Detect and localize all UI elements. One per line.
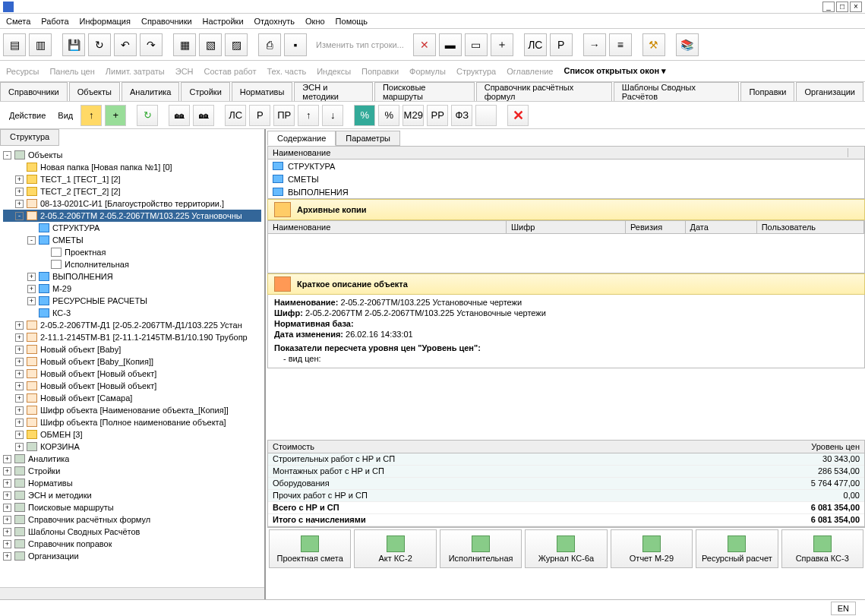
tree-node[interactable]: +КОРЗИНА bbox=[3, 441, 261, 453]
action-menu[interactable]: Действие bbox=[5, 111, 50, 120]
tree-node[interactable]: +Справочник поправок bbox=[3, 538, 261, 550]
tree-view[interactable]: -ОбъектыНовая папка [Новая папка №1] [0]… bbox=[0, 146, 264, 587]
archive-col-Пользователь[interactable]: Пользователь bbox=[757, 221, 864, 233]
percent-badge-1[interactable]: % bbox=[354, 105, 375, 126]
tree-node[interactable]: +Стройки bbox=[3, 465, 261, 477]
tree-node[interactable]: +Новый объект [Baby_[Копия]] bbox=[3, 355, 261, 368]
tree-node[interactable]: +Шифр объекта [Полное наименование объек… bbox=[3, 416, 261, 428]
expand-toggle[interactable]: - bbox=[27, 236, 36, 245]
tb-btn-14[interactable]: ▭ bbox=[465, 33, 488, 56]
tree-node[interactable]: +Нормативы bbox=[3, 477, 261, 489]
expand-toggle[interactable]: + bbox=[27, 297, 36, 305]
tree-scrollbar[interactable] bbox=[0, 587, 264, 599]
expand-toggle[interactable]: + bbox=[15, 443, 24, 451]
content-row[interactable]: ВЫПОЛНЕНИЯ bbox=[268, 185, 864, 198]
content-row[interactable]: СТРУКТУРА bbox=[268, 160, 864, 172]
menu-Информация[interactable]: Информация bbox=[80, 17, 131, 26]
expand-toggle[interactable]: + bbox=[3, 467, 11, 475]
tab-Поисковые маршруты[interactable]: Поисковые маршруты bbox=[374, 82, 475, 101]
menu-Настройки[interactable]: Настройки bbox=[203, 17, 244, 26]
tree-node[interactable]: +Поисковые маршруты bbox=[3, 501, 261, 513]
expand-toggle[interactable]: + bbox=[15, 200, 24, 208]
open-windows-list[interactable]: Список открытых окон ▾ bbox=[564, 66, 666, 76]
tree-node[interactable]: +Новый объект [Новый объект] bbox=[3, 368, 261, 380]
tab-content[interactable]: Содержание bbox=[267, 131, 336, 146]
expand-toggle[interactable]: + bbox=[27, 285, 36, 293]
blank-badge[interactable] bbox=[475, 105, 497, 126]
refresh-button[interactable]: ↻ bbox=[88, 33, 111, 56]
tab-ЭСН и методики[interactable]: ЭСН и методики bbox=[294, 82, 373, 101]
tb-btn-11[interactable]: ▪ bbox=[284, 33, 307, 56]
tab-Организации[interactable]: Организации bbox=[796, 82, 863, 101]
save-button[interactable]: 💾 bbox=[62, 33, 85, 56]
expand-toggle[interactable]: + bbox=[3, 528, 11, 536]
expand-toggle[interactable]: + bbox=[3, 540, 11, 548]
tb-btn-7[interactable]: ▦ bbox=[173, 33, 196, 56]
tree-node[interactable]: +Новый объект [Самара] bbox=[3, 392, 261, 404]
archive-col-Шифр[interactable]: Шифр bbox=[507, 221, 626, 233]
expand-toggle[interactable]: + bbox=[3, 479, 11, 488]
tb-btn-19[interactable]: ≡ bbox=[609, 33, 632, 56]
expand-toggle[interactable]: + bbox=[15, 333, 24, 342]
badge-r-2[interactable]: Р bbox=[249, 105, 270, 126]
arrow-down-icon[interactable]: ↓ bbox=[322, 105, 343, 126]
tree-node[interactable]: Исполнительная bbox=[3, 258, 261, 270]
archive-col-Ревизия[interactable]: Ревизия bbox=[626, 221, 686, 233]
tree-node[interactable]: +2-05.2-2067ТМ-Д1 [2-05.2-2067ТМ-Д1/103.… bbox=[3, 319, 261, 331]
panel-Тех. часть[interactable]: Тех. часть bbox=[267, 67, 306, 76]
tab-Шаблоны Сводных Расчётов[interactable]: Шаблоны Сводных Расчётов bbox=[614, 82, 740, 101]
expand-toggle[interactable]: + bbox=[15, 394, 24, 403]
tree-node[interactable]: +Новый объект [Новый объект] bbox=[3, 380, 261, 392]
archive-col-Дата[interactable]: Дата bbox=[686, 221, 757, 233]
tree-node[interactable]: +Новый объект [Baby] bbox=[3, 343, 261, 355]
tree-node[interactable]: КС-3 bbox=[3, 307, 261, 319]
doc-button-Проектная смета[interactable]: Проектная смета bbox=[269, 529, 351, 568]
expand-toggle[interactable]: + bbox=[27, 273, 36, 281]
panel-ЭСН[interactable]: ЭСН bbox=[175, 67, 194, 76]
expand-toggle[interactable]: + bbox=[15, 321, 24, 330]
delete-button[interactable]: ✕ bbox=[413, 33, 436, 56]
tree-node[interactable]: +ТЕСТ_1 [ТЕСТ_1] [2] bbox=[3, 173, 261, 185]
close-button[interactable]: × bbox=[850, 2, 862, 12]
view-menu[interactable]: Вид bbox=[53, 111, 77, 120]
tab-Аналитика[interactable]: Аналитика bbox=[122, 82, 179, 101]
tree-node[interactable]: +ОБМЕН [3] bbox=[3, 428, 261, 441]
language-indicator[interactable]: EN bbox=[831, 602, 856, 615]
tree-node[interactable]: -2-05.2-2067ТМ 2-05.2-2067ТМ/103.225 Уст… bbox=[3, 210, 261, 222]
change-line-type-label[interactable]: Изменить тип строки... bbox=[310, 40, 410, 49]
tree-node[interactable]: +08-13-0201С-И1 [Благоустройство террито… bbox=[3, 197, 261, 210]
print-button[interactable]: ⎙ bbox=[258, 33, 281, 56]
expand-toggle[interactable]: + bbox=[15, 346, 24, 354]
badge-rr[interactable]: РР bbox=[427, 105, 448, 126]
tab-Стройки[interactable]: Стройки bbox=[181, 82, 229, 101]
houses-icon-1[interactable]: 🏘 bbox=[169, 105, 190, 126]
menu-Смета[interactable]: Смета bbox=[6, 17, 30, 26]
badge-ls-2[interactable]: ЛС bbox=[225, 105, 246, 126]
panel-Оглавление[interactable]: Оглавление bbox=[507, 67, 553, 76]
tree-node[interactable]: +ТЕСТ_2 [ТЕСТ_2] [2] bbox=[3, 185, 261, 197]
tree-node[interactable]: +ВЫПОЛНЕНИЯ bbox=[3, 270, 261, 283]
tree-node[interactable]: СТРУКТУРА bbox=[3, 222, 261, 234]
expand-toggle[interactable]: + bbox=[15, 406, 24, 415]
menu-Помощь[interactable]: Помощь bbox=[336, 17, 368, 26]
houses-icon-2[interactable]: 🏘 bbox=[193, 105, 214, 126]
expand-toggle[interactable]: + bbox=[15, 188, 24, 196]
tab-Объекты[interactable]: Объекты bbox=[69, 82, 120, 101]
expand-toggle[interactable]: + bbox=[15, 175, 24, 184]
doc-button-Ресурсный расчет[interactable]: Ресурсный расчет bbox=[696, 529, 778, 568]
expand-toggle[interactable]: - bbox=[3, 151, 11, 160]
expand-toggle[interactable]: + bbox=[3, 552, 11, 561]
menu-Окно[interactable]: Окно bbox=[305, 17, 325, 26]
minimize-button[interactable]: _ bbox=[822, 2, 835, 12]
maximize-button[interactable]: □ bbox=[836, 2, 848, 12]
tree-node[interactable]: Новая папка [Новая папка №1] [0] bbox=[3, 161, 261, 173]
expand-toggle[interactable]: - bbox=[15, 212, 24, 220]
hammer-icon[interactable]: ⚒ bbox=[642, 33, 665, 56]
content-row[interactable]: СМЕТЫ bbox=[268, 172, 864, 185]
expand-toggle[interactable]: + bbox=[15, 370, 24, 378]
tree-node[interactable]: +М-29 bbox=[3, 283, 261, 295]
tree-node[interactable]: +РЕСУРСНЫЕ РАСЧЕТЫ bbox=[3, 295, 261, 307]
expand-toggle[interactable]: + bbox=[3, 504, 11, 512]
panel-Формулы[interactable]: Формулы bbox=[409, 67, 446, 76]
doc-button-Отчет М-29[interactable]: Отчет М-29 bbox=[611, 529, 693, 568]
